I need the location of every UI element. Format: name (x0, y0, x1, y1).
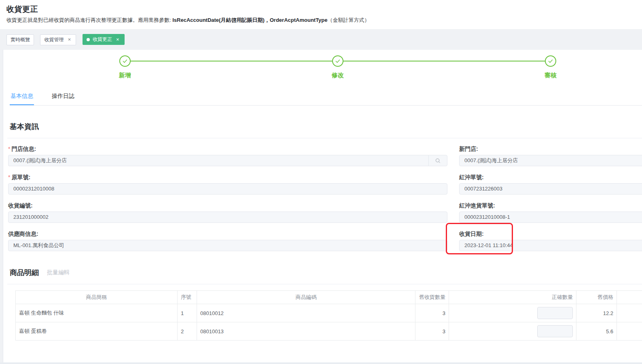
new-store-input[interactable]: 0007.(測試)海上居分店 (459, 155, 642, 166)
receipt-date-input[interactable]: 2023-12-01 11:10:44 (459, 240, 642, 251)
tag-label: 收貨管理 (44, 36, 64, 43)
original-no-label: *原單號: (8, 174, 447, 181)
page-description: 收貨更正就是對已經收貨的商品進行再次整理更正數據。應用業務參數: IsRecAc… (6, 17, 636, 24)
original-no-field-group: *原單號: 00002312010008 (8, 174, 447, 195)
check-icon (548, 58, 553, 64)
page-header: 收貨更正 收貨更正就是對已經收貨的商品進行再次整理更正數據。應用業務參數: Is… (0, 0, 642, 29)
correct-qty-cell (449, 322, 576, 341)
tab-basic-info[interactable]: 基本信息 (10, 88, 34, 105)
step-label-modify: 修改 (314, 72, 362, 79)
old-qty-cell: 3 (415, 304, 449, 322)
tag-label: 實時概覽 (11, 36, 30, 43)
product-name-cell: 嘉頓 蛋糕卷 (16, 322, 178, 341)
table-header-row: 商品簡稱 序號 商品編碼 舊收貨數量 正確數量 舊價格 (16, 291, 642, 304)
red-flush-purchase-no-field-group: 紅沖進貨單號: 00002312010008-1 (459, 202, 642, 223)
empty-cell (617, 304, 642, 322)
col-header-seq: 序號 (178, 291, 197, 304)
col-header-correct-qty: 正確數量 (449, 291, 576, 304)
col-header-old-price: 舊價格 (576, 291, 617, 304)
product-code-cell: 08010013 (197, 322, 415, 341)
detail-tabs: 基本信息 操作日誌 (10, 88, 642, 106)
red-flush-no-input[interactable]: 0007231226003 (459, 183, 642, 195)
store-info-input[interactable]: 0007.(測試)海上居分店 (8, 155, 428, 166)
horizontal-scrollbar[interactable] (0, 362, 642, 364)
step-label-audit: 審核 (526, 72, 575, 79)
receipt-no-label: 收貨編號: (8, 202, 447, 209)
table-row: 嘉頓 生命麵包 什味 1 08010012 3 12.2 (16, 304, 642, 322)
red-flush-purchase-no-label: 紅沖進貨單號: (459, 202, 642, 209)
close-icon[interactable]: × (115, 37, 121, 42)
red-flush-purchase-no-input[interactable]: 00002312010008-1 (459, 212, 642, 223)
section-title-basic-info: 基本資訊 (10, 122, 642, 131)
correct-qty-input[interactable] (537, 325, 573, 337)
supplier-field-group: 供應商信息: ML-001.萬利食品公司 (8, 231, 447, 251)
tags-view-bar: 實時概覽 收貨管理 × 收貨更正 × (0, 29, 642, 49)
col-header-product-code: 商品編碼 (197, 291, 415, 304)
page-title: 收貨更正 (6, 4, 636, 15)
step-circle-add (119, 55, 131, 67)
store-info-field-group: *門店信息: 0007.(測試)海上居分店 (8, 146, 447, 166)
correct-qty-cell (449, 304, 576, 322)
label-text: 門店信息: (11, 146, 36, 152)
main-content-card: 新增 修改 審核 基本信息 操作日誌 基本資訊 *門店信息: 0007.(測試)… (3, 49, 642, 364)
new-store-label: 新門店: (459, 146, 642, 152)
receipt-no-input[interactable]: 231201000002 (8, 212, 447, 223)
step-circle-modify (332, 55, 343, 67)
active-dot-icon (87, 38, 90, 41)
empty-cell (617, 322, 642, 341)
seq-cell: 1 (178, 304, 197, 322)
red-flush-no-field-group: 紅沖單號: 0007231226003 (459, 174, 642, 195)
product-code-cell: 08010012 (197, 304, 415, 322)
tag-view-item-receipt-management[interactable]: 收貨管理 × (40, 34, 76, 45)
tag-label: 收貨更正 (93, 36, 112, 43)
original-no-input[interactable]: 00002312010008 (8, 183, 447, 195)
section-title-product-detail: 商品明細 (10, 268, 39, 277)
product-name-cell: 嘉頓 生命麵包 什味 (16, 304, 178, 322)
step-label-add: 新增 (101, 72, 149, 79)
store-search-button[interactable] (428, 155, 447, 166)
page-description-suffix: （金額計算方式） (328, 17, 370, 23)
required-mark: * (8, 146, 10, 152)
check-icon (122, 58, 128, 64)
check-icon (335, 58, 341, 64)
step-circle-audit (545, 55, 556, 67)
tag-view-item-receipt-correction[interactable]: 收貨更正 × (83, 34, 125, 45)
receipt-no-field-group: 收貨編號: 231201000002 (8, 202, 447, 223)
search-icon (435, 158, 441, 164)
new-store-field-group: 新門店: 0007.(測試)海上居分店 (459, 146, 642, 166)
store-info-label: *門店信息: (8, 146, 447, 152)
red-flush-no-label: 紅沖單號: (459, 174, 642, 181)
supplier-label: 供應商信息: (8, 231, 447, 237)
detail-section-header: 商品明細 批量編輯 (10, 268, 642, 277)
close-icon[interactable]: × (66, 37, 72, 42)
page-description-prefix: 收貨更正就是對已經收貨的商品進行再次整理更正數據。應用業務參數: (6, 17, 172, 23)
old-price-cell: 5.6 (576, 322, 617, 341)
col-header-product-name: 商品簡稱 (16, 291, 178, 304)
workflow-stepper: 新增 修改 審核 (3, 50, 642, 80)
basic-info-form: *門店信息: 0007.(測試)海上居分店 新門店: 0007.(測試)海上居分… (3, 138, 642, 259)
required-mark: * (8, 174, 10, 180)
page-description-params: IsRecAccountDate(月結啓用記賬日期)，OrderAcptAmou… (172, 17, 327, 23)
old-price-cell: 12.2 (576, 304, 617, 322)
old-qty-cell: 3 (415, 322, 449, 341)
tab-operation-log[interactable]: 操作日誌 (51, 88, 75, 105)
col-header-empty (617, 291, 642, 304)
product-detail-table: 商品簡稱 序號 商品編碼 舊收貨數量 正確數量 舊價格 嘉頓 生命麵包 什味 1… (15, 290, 642, 341)
receipt-date-label: 收貨日期: (459, 231, 642, 237)
table-row: 嘉頓 蛋糕卷 2 08010013 3 5.6 (16, 322, 642, 341)
label-text: 原單號: (11, 174, 30, 180)
divider (7, 284, 642, 284)
receipt-date-field-group: 收貨日期: 2023-12-01 11:10:44 (459, 231, 642, 251)
batch-edit-button[interactable]: 批量編輯 (47, 269, 70, 276)
tag-view-item-realtime-overview[interactable]: 實時概覽 (6, 34, 34, 45)
col-header-old-qty: 舊收貨數量 (415, 291, 449, 304)
supplier-input[interactable]: ML-001.萬利食品公司 (8, 240, 447, 251)
correct-qty-input[interactable] (537, 307, 573, 319)
seq-cell: 2 (178, 322, 197, 341)
